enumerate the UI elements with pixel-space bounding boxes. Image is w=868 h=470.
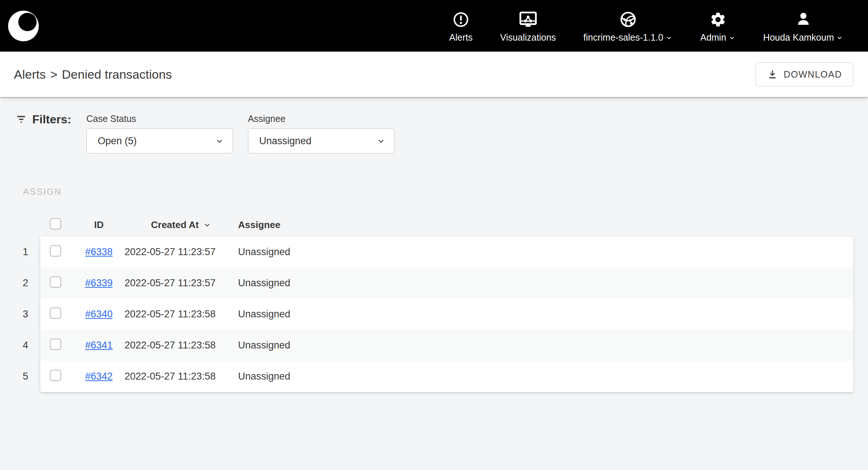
case-status-label: Case Status <box>86 113 233 124</box>
table-header-row: ID Created At Assignee <box>40 213 853 236</box>
row-checkbox[interactable] <box>50 339 61 350</box>
filters-title: Filters: <box>15 113 71 126</box>
nav-item-visualizations[interactable]: Visualizations <box>500 10 556 42</box>
column-header-created-at[interactable]: Created At <box>125 219 238 231</box>
table-row: #6339 2022-05-27 11:23:57 Unassigned <box>40 268 853 299</box>
download-icon <box>767 69 778 80</box>
nav-item-alerts[interactable]: Alerts <box>449 10 473 42</box>
breadcrumb-separator: > <box>50 67 58 82</box>
assignee-filter-value: Unassigned <box>259 135 376 147</box>
table-body-wrap: 12345 #6338 2022-05-27 11:23:57 Unassign… <box>0 236 853 392</box>
table-row: #6338 2022-05-27 11:23:57 Unassigned <box>40 236 853 268</box>
chevron-down-icon <box>836 34 843 42</box>
column-header-id: ID <box>73 219 125 231</box>
brand-logo[interactable] <box>8 11 39 41</box>
breadcrumb-link-alerts[interactable]: Alerts <box>14 67 46 82</box>
created-at-cell: 2022-05-27 11:23:58 <box>125 340 238 351</box>
row-checkbox[interactable] <box>50 276 61 288</box>
alert-id-link[interactable]: #6339 <box>85 277 112 288</box>
chevron-down-icon <box>376 136 386 146</box>
table-body: #6338 2022-05-27 11:23:57 Unassigned #63… <box>40 236 853 392</box>
assign-button[interactable]: ASSIGN <box>23 187 62 197</box>
row-checkbox-cell <box>40 276 73 290</box>
alert-id-cell: #6339 <box>73 277 125 289</box>
alert-id-link[interactable]: #6342 <box>85 371 112 382</box>
row-checkbox-cell <box>40 370 73 384</box>
alert-id-link[interactable]: #6340 <box>85 309 112 320</box>
gear-icon <box>709 10 727 28</box>
filter-icon <box>15 113 27 125</box>
download-label: DOWNLOAD <box>784 69 842 80</box>
header-checkbox-cell <box>40 218 73 232</box>
row-checkbox-cell <box>40 245 73 259</box>
alert-id-link[interactable]: #6338 <box>85 246 112 257</box>
breadcrumb-current: Denied transactions <box>62 67 172 82</box>
table-row: #6340 2022-05-27 11:23:58 Unassigned <box>40 299 853 330</box>
nav-item-admin[interactable]: Admin <box>700 10 736 42</box>
row-checkbox[interactable] <box>50 370 61 381</box>
row-number: 3 <box>0 299 40 330</box>
assignee-filter-label: Assignee <box>248 113 394 124</box>
filter-field-assignee: Assignee Unassigned <box>248 113 394 153</box>
nav-label-user: Houda Kamkoum <box>763 33 843 42</box>
globe-network-icon <box>619 10 637 28</box>
page-header-bar: Alerts > Denied transactions DOWNLOAD <box>0 52 868 97</box>
created-at-cell: 2022-05-27 11:23:57 <box>125 246 238 258</box>
nav-item-project[interactable]: fincrime-sales-1.1.0 <box>583 10 673 42</box>
case-status-value: Open (5) <box>98 135 215 147</box>
filter-field-case-status: Case Status Open (5) <box>86 113 233 153</box>
nav-label-visualizations: Visualizations <box>500 33 556 42</box>
column-header-assignee: Assignee <box>238 219 853 231</box>
filters-section: Filters: Case Status Open (5) Assignee U… <box>0 113 868 153</box>
row-number: 5 <box>0 361 40 392</box>
assignee-cell: Unassigned <box>238 340 853 351</box>
nav-label-admin: Admin <box>700 33 736 42</box>
top-navbar: Alerts Visualizations <box>0 0 868 52</box>
table-row: #6341 2022-05-27 11:23:58 Unassigned <box>40 330 853 361</box>
breadcrumb: Alerts > Denied transactions <box>14 67 172 82</box>
alerts-table: ID Created At Assignee 12345 #6338 2022-… <box>0 213 868 392</box>
case-status-select[interactable]: Open (5) <box>86 128 233 153</box>
sort-chevron-down-icon <box>203 220 212 230</box>
alert-circle-icon <box>452 10 470 28</box>
row-checkbox[interactable] <box>50 307 61 319</box>
alert-id-cell: #6341 <box>73 340 125 351</box>
alert-id-cell: #6340 <box>73 309 125 320</box>
row-number: 4 <box>0 330 40 361</box>
chevron-down-icon <box>665 34 673 42</box>
alert-id-cell: #6342 <box>73 371 125 382</box>
nav-item-user-menu[interactable]: Houda Kamkoum <box>763 10 843 42</box>
select-all-checkbox[interactable] <box>50 218 61 230</box>
nav-label-project: fincrime-sales-1.1.0 <box>583 33 673 42</box>
table-row: #6342 2022-05-27 11:23:58 Unassigned <box>40 361 853 392</box>
created-at-cell: 2022-05-27 11:23:58 <box>125 371 238 382</box>
user-icon <box>795 10 812 28</box>
nav-items: Alerts Visualizations <box>449 10 868 42</box>
brand-logo-crescent-cutout <box>18 13 37 31</box>
row-number: 2 <box>0 268 40 299</box>
assignee-cell: Unassigned <box>238 277 853 289</box>
alert-id-cell: #6338 <box>73 246 125 258</box>
row-number: 1 <box>0 236 40 268</box>
alert-id-link[interactable]: #6341 <box>85 340 112 351</box>
monitor-graph-icon <box>519 10 538 28</box>
row-checkbox-cell <box>40 339 73 352</box>
assignee-cell: Unassigned <box>238 246 853 258</box>
assignee-cell: Unassigned <box>238 371 853 382</box>
created-at-cell: 2022-05-27 11:23:57 <box>125 277 238 289</box>
nav-label-alerts: Alerts <box>449 33 473 42</box>
download-button[interactable]: DOWNLOAD <box>756 62 853 86</box>
chevron-down-icon <box>728 34 736 42</box>
assignee-select[interactable]: Unassigned <box>248 128 394 153</box>
row-number-column: 12345 <box>0 236 40 392</box>
row-checkbox-cell <box>40 307 73 321</box>
chevron-down-icon <box>215 136 225 146</box>
row-checkbox[interactable] <box>50 245 61 257</box>
filters-label: Filters: <box>32 113 71 126</box>
assignee-cell: Unassigned <box>238 309 853 320</box>
main-content: Filters: Case Status Open (5) Assignee U… <box>0 97 868 392</box>
created-at-cell: 2022-05-27 11:23:58 <box>125 309 238 320</box>
